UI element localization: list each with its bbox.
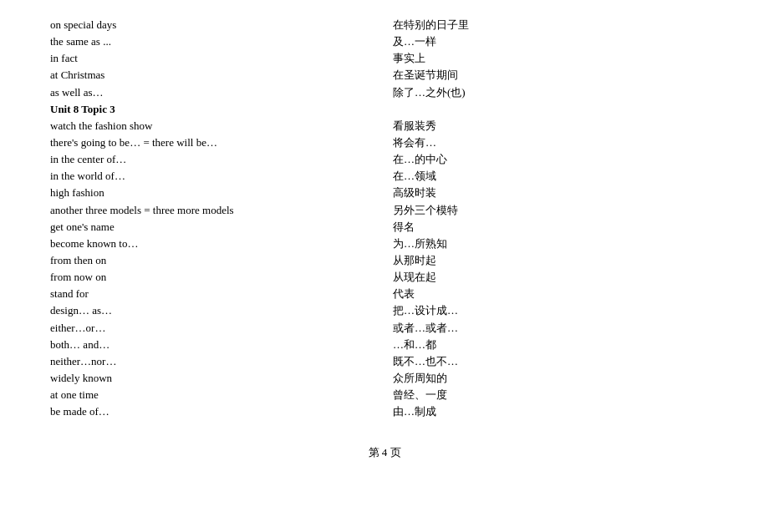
entry-chinese: 把…设计成… [384, 302, 719, 319]
entry-chinese: 看服装秀 [384, 118, 719, 134]
entry-english: from now on [50, 269, 384, 286]
entry-english: at Christmas [50, 67, 384, 84]
list-item: there's going to be… = there will be…将会有… [50, 134, 719, 151]
entry-chinese: 高级时装 [384, 185, 719, 201]
page-number: 第 4 页 [50, 445, 719, 460]
list-item: at Christmas在圣诞节期间 [50, 67, 719, 84]
list-item: both… and……和…都 [50, 337, 719, 353]
entry-chinese: 另外三个模特 [384, 202, 719, 219]
entry-chinese: 得名 [384, 219, 719, 236]
list-item: from now on从现在起 [50, 269, 719, 286]
list-item: on special days在特别的日子里 [50, 17, 719, 33]
entry-english: in the center of… [50, 151, 384, 168]
entry-chinese: 既不…也不… [384, 353, 719, 370]
entry-english: widely known [50, 370, 384, 387]
entry-english: both… and… [50, 337, 384, 353]
entry-english: design… as… [50, 302, 384, 319]
entry-english: become known to… [50, 236, 384, 252]
entry-chinese: 事实上 [384, 50, 719, 67]
list-item: widely known众所周知的 [50, 370, 719, 387]
entry-chinese [384, 101, 719, 118]
entry-english: stand for [50, 286, 384, 302]
entry-chinese: 将会有… [384, 134, 719, 151]
entry-chinese: 曾经、一度 [384, 387, 719, 403]
list-item: design… as…把…设计成… [50, 302, 719, 319]
list-item: another three models = three more models… [50, 202, 719, 219]
entry-chinese: 代表 [384, 286, 719, 302]
entry-chinese: 众所周知的 [384, 370, 719, 387]
list-item: in the world of…在…领域 [50, 168, 719, 185]
entry-english: another three models = three more models [50, 202, 384, 219]
entry-english: get one's name [50, 219, 384, 236]
list-item: stand for代表 [50, 286, 719, 302]
page-content: on special days在特别的日子里the same as ...及…一… [50, 17, 719, 420]
entry-chinese: 在圣诞节期间 [384, 67, 719, 84]
entry-chinese: 为…所熟知 [384, 236, 719, 252]
entry-english: in the world of… [50, 168, 384, 185]
list-item: in fact事实上 [50, 50, 719, 67]
entry-chinese: 除了…之外(也) [384, 84, 719, 101]
list-item: from then on从那时起 [50, 252, 719, 269]
list-item: as well as…除了…之外(也) [50, 84, 719, 101]
entry-english: as well as… [50, 84, 384, 101]
entry-chinese: 从现在起 [384, 269, 719, 286]
list-item: the same as ...及…一样 [50, 33, 719, 50]
entry-english: from then on [50, 252, 384, 269]
list-item: become known to…为…所熟知 [50, 236, 719, 252]
entry-english: there's going to be… = there will be… [50, 134, 384, 151]
entry-english: either…or… [50, 320, 384, 337]
list-item: get one's name得名 [50, 219, 719, 236]
entry-english: high fashion [50, 185, 384, 201]
list-item: watch the fashion show看服装秀 [50, 118, 719, 134]
entry-english: in fact [50, 50, 384, 67]
entry-english: at one time [50, 387, 384, 403]
list-item: either…or…或者…或者… [50, 320, 719, 337]
list-item: be made of…由…制成 [50, 403, 719, 420]
entry-chinese: 在…的中心 [384, 151, 719, 168]
entry-english: watch the fashion show [50, 118, 384, 134]
entry-chinese: 由…制成 [384, 403, 719, 420]
entry-chinese: 及…一样 [384, 33, 719, 50]
list-item: in the center of…在…的中心 [50, 151, 719, 168]
entry-chinese: …和…都 [384, 337, 719, 353]
entry-chinese: 在特别的日子里 [384, 17, 719, 33]
entry-english: the same as ... [50, 33, 384, 50]
list-item: at one time曾经、一度 [50, 387, 719, 403]
list-item: neither…nor…既不…也不… [50, 353, 719, 370]
entry-chinese: 或者…或者… [384, 320, 719, 337]
list-item: high fashion高级时装 [50, 185, 719, 201]
entry-english: neither…nor… [50, 353, 384, 370]
entry-chinese: 在…领域 [384, 168, 719, 185]
entry-english: be made of… [50, 403, 384, 420]
entry-english: Unit 8 Topic 3 [50, 101, 384, 118]
entry-chinese: 从那时起 [384, 252, 719, 269]
list-item: Unit 8 Topic 3 [50, 101, 719, 118]
entry-english: on special days [50, 17, 384, 33]
